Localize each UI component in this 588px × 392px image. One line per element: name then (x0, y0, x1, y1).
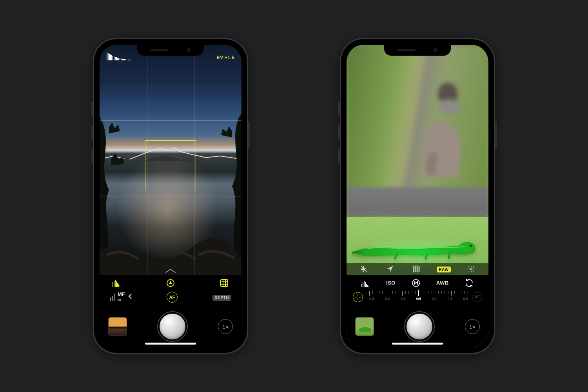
svg-rect-9 (117, 58, 118, 60)
camera-swap-icon[interactable] (462, 277, 476, 289)
svg-rect-24 (116, 281, 117, 287)
svg-rect-19 (129, 60, 130, 60)
svg-rect-49 (368, 286, 369, 287)
scale-label: 0.3 (369, 297, 374, 301)
svg-rect-23 (115, 280, 116, 287)
zoom-label: 1× (470, 324, 475, 330)
histogram-icon[interactable] (110, 277, 124, 289)
af-label: AF (169, 295, 175, 299)
svg-rect-1 (108, 53, 109, 60)
manual-mode-icon[interactable] (409, 277, 423, 289)
svg-rect-29 (221, 279, 228, 287)
zoom-label: 1× (223, 324, 229, 330)
svg-rect-4 (111, 55, 112, 60)
svg-rect-20 (130, 60, 131, 60)
focus-peaking-icon[interactable] (163, 277, 178, 289)
viewfinder-toolbar: RAW (347, 263, 488, 275)
svg-rect-27 (120, 285, 120, 287)
scale-label: 0.4 (385, 297, 390, 301)
svg-rect-12 (121, 58, 122, 60)
control-panel: MF ∞ AF DEPTH 1× (100, 275, 241, 347)
svg-rect-15 (124, 59, 125, 60)
raw-button[interactable]: RAW (437, 265, 451, 272)
autofocus-button-disabled[interactable]: AF (472, 292, 482, 302)
last-photo-thumbnail[interactable] (108, 317, 127, 336)
control-panel: ISO AWB 0.30.40.50.60.70.80.9 (347, 275, 488, 347)
svg-rect-6 (114, 56, 114, 60)
grid-icon[interactable] (410, 263, 422, 275)
exposure-value-badge[interactable]: EV +1.5 (217, 55, 234, 60)
svg-rect-17 (127, 60, 127, 60)
chevron-left-icon (128, 293, 132, 301)
infinity-label: ∞ (118, 297, 125, 302)
scale-label: 0.9 (463, 297, 468, 301)
stage: EV +1.5 (0, 0, 588, 392)
phone-right: RAW ISO AWB (341, 39, 494, 353)
svg-rect-48 (367, 285, 368, 287)
screen: RAW ISO AWB (347, 45, 488, 347)
svg-rect-5 (113, 56, 113, 60)
scale-label: 0.5 (401, 297, 406, 301)
svg-rect-7 (115, 57, 116, 60)
svg-rect-21 (113, 282, 113, 287)
iso-button[interactable]: ISO (386, 280, 396, 286)
histogram-icon[interactable] (359, 277, 373, 289)
svg-rect-44 (363, 282, 363, 287)
svg-rect-26 (118, 284, 119, 287)
depth-button[interactable]: DEPTH (212, 294, 231, 301)
svg-rect-10 (118, 58, 119, 60)
svg-rect-11 (120, 58, 120, 60)
manual-focus-indicator[interactable]: MF ∞ (110, 292, 132, 302)
zoom-button[interactable]: 1× (465, 319, 480, 334)
svg-rect-47 (366, 284, 367, 287)
svg-rect-2 (109, 54, 110, 60)
scale-label: 0.8 (448, 297, 453, 301)
shutter-button[interactable] (407, 314, 432, 339)
notch (137, 45, 204, 56)
shutter-button[interactable] (160, 314, 185, 339)
location-icon[interactable] (384, 263, 396, 275)
svg-rect-46 (365, 282, 366, 287)
depth-label: DEPTH (212, 295, 231, 301)
svg-rect-22 (114, 281, 114, 287)
svg-rect-37 (413, 266, 419, 272)
focus-loupe-button[interactable] (353, 292, 363, 302)
svg-rect-3 (110, 54, 111, 60)
af-label: AF (474, 295, 479, 299)
svg-point-42 (470, 268, 472, 270)
svg-rect-13 (122, 59, 123, 60)
scale-label: 0.7 (432, 297, 437, 301)
notch (384, 45, 451, 56)
zoom-button[interactable]: 1× (218, 319, 233, 334)
svg-rect-25 (117, 283, 118, 287)
svg-rect-45 (364, 281, 365, 287)
svg-rect-8 (116, 57, 117, 60)
last-photo-thumbnail[interactable] (355, 317, 374, 336)
background-person (406, 69, 474, 226)
focus-cursor[interactable] (418, 290, 419, 296)
svg-rect-16 (125, 59, 126, 60)
screen: EV +1.5 (100, 45, 241, 347)
focus-box[interactable] (145, 140, 196, 191)
focus-distance-scale[interactable]: 0.30.40.50.60.70.80.9 (369, 290, 468, 304)
autofocus-button[interactable]: AF (165, 291, 179, 303)
awb-button[interactable]: AWB (436, 280, 449, 286)
svg-rect-18 (128, 60, 129, 60)
home-indicator[interactable] (392, 343, 443, 345)
settings-icon[interactable] (465, 263, 477, 275)
flash-off-icon[interactable] (358, 263, 370, 275)
phone-left: EV +1.5 (94, 39, 247, 353)
svg-rect-43 (361, 284, 362, 287)
home-indicator[interactable] (145, 343, 196, 345)
svg-rect-14 (123, 59, 124, 60)
foreground-driftwood (100, 228, 241, 275)
svg-rect-0 (107, 53, 107, 60)
chevron-up-icon[interactable] (165, 269, 176, 273)
mf-label: MF (118, 292, 125, 297)
raw-label: RAW (437, 267, 451, 272)
histogram-overlay[interactable] (107, 52, 132, 60)
grid-icon[interactable] (217, 277, 231, 289)
